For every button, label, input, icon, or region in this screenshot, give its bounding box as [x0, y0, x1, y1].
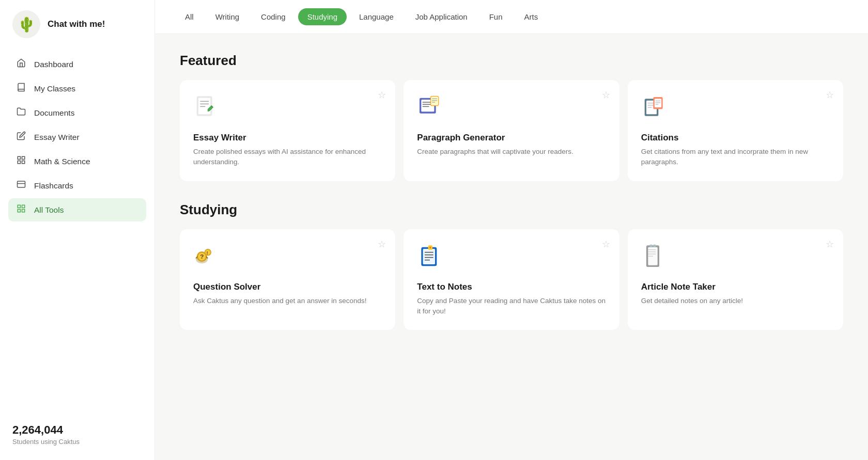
svg-rect-60: [653, 244, 656, 247]
svg-rect-59: [649, 244, 652, 247]
svg-rect-7: [22, 205, 25, 208]
sidebar-item-label-documents: Documents: [34, 108, 74, 118]
card-desc-text-to-notes: Copy and Paste your reading and have Cak…: [417, 296, 606, 317]
main-area: AllWritingCodingStudyingLanguageJob Appl…: [155, 0, 868, 460]
favorite-star-text-to-notes[interactable]: ☆: [602, 239, 610, 250]
svg-rect-2: [22, 161, 25, 164]
student-label: Students using Caktus: [12, 438, 142, 446]
sidebar-item-math-science[interactable]: Math & Science: [8, 150, 146, 173]
my-classes-icon: [16, 83, 27, 94]
svg-rect-9: [18, 210, 20, 212]
favorite-star-essay-writer[interactable]: ☆: [378, 89, 386, 101]
card-icon-text-to-notes: [417, 244, 606, 275]
card-icon-article-note-taker: [641, 244, 830, 275]
studying-card-question-solver[interactable]: ☆ ? ! Question Solver Ask Caktus any que…: [180, 229, 395, 330]
sidebar-item-documents[interactable]: Documents: [8, 101, 146, 124]
featured-title: Featured: [180, 53, 843, 69]
favorite-star-paragraph-generator[interactable]: ☆: [602, 89, 610, 101]
svg-text:!: !: [207, 250, 208, 255]
svg-point-51: [429, 246, 431, 248]
svg-rect-4: [18, 181, 25, 187]
sidebar-item-my-classes[interactable]: My Classes: [8, 77, 146, 100]
featured-card-citations[interactable]: ☆ Citations Get citations from any text …: [628, 80, 843, 181]
card-title-question-solver: Question Solver: [193, 282, 382, 292]
sidebar-item-flashcards[interactable]: Flashcards: [8, 174, 146, 197]
card-desc-paragraph-generator: Create paragraphs that will captivate yo…: [417, 147, 606, 157]
svg-rect-30: [654, 99, 661, 107]
nav-pill-language[interactable]: Language: [350, 8, 403, 25]
card-desc-essay-writer: Create polished essays with AI assistanc…: [193, 147, 382, 168]
chat-label: Chat with me!: [48, 19, 105, 29]
dashboard-icon: [16, 58, 27, 70]
sidebar-item-label-dashboard: Dashboard: [34, 60, 73, 69]
studying-cards-grid: ☆ ? ! Question Solver Ask Caktus any que…: [180, 229, 843, 330]
svg-rect-8: [22, 210, 25, 212]
featured-cards-grid: ☆ Essay Writer Create polished essays wi…: [180, 80, 843, 181]
nav-pill-arts[interactable]: Arts: [515, 8, 548, 25]
top-nav: AllWritingCodingStudyingLanguageJob Appl…: [155, 0, 868, 34]
documents-icon: [16, 107, 27, 119]
svg-rect-6: [18, 205, 20, 208]
sidebar-item-all-tools[interactable]: All Tools: [8, 198, 146, 221]
sidebar-item-label-flashcards: Flashcards: [34, 181, 73, 191]
svg-rect-3: [18, 161, 20, 164]
studying-card-article-note-taker[interactable]: ☆ Article Note Taker Get detailed notes …: [628, 229, 843, 330]
all-tools-icon: [16, 204, 27, 216]
nav-pill-job-application[interactable]: Job Application: [406, 8, 477, 25]
logo-icon[interactable]: 🌵: [12, 10, 40, 38]
nav-pill-all[interactable]: All: [176, 8, 203, 25]
svg-rect-20: [431, 96, 439, 105]
card-title-paragraph-generator: Paragraph Generator: [417, 133, 606, 143]
svg-rect-1: [22, 156, 25, 159]
content-area: Featured ☆ Essay Writer Create polished …: [155, 34, 868, 460]
essay-writer-icon: [16, 131, 27, 143]
nav-pill-coding[interactable]: Coding: [252, 8, 295, 25]
card-icon-citations: [641, 94, 830, 125]
logo-area: 🌵 Chat with me!: [0, 0, 154, 49]
math-science-icon: [16, 155, 27, 167]
sidebar: 🌵 Chat with me! DashboardMy ClassesDocum…: [0, 0, 155, 460]
card-desc-question-solver: Ask Caktus any question and get an answe…: [193, 296, 382, 306]
sidebar-item-dashboard[interactable]: Dashboard: [8, 53, 146, 76]
card-desc-article-note-taker: Get detailed notes on any article!: [641, 296, 830, 306]
nav-pill-studying[interactable]: Studying: [298, 8, 347, 25]
svg-rect-0: [18, 156, 20, 159]
sidebar-footer: 2,264,044 Students using Caktus: [0, 413, 154, 460]
card-title-citations: Citations: [641, 133, 830, 143]
sidebar-item-label-all-tools: All Tools: [34, 205, 64, 215]
student-count: 2,264,044: [12, 423, 142, 437]
favorite-star-article-note-taker[interactable]: ☆: [826, 239, 834, 250]
nav-pill-writing[interactable]: Writing: [206, 8, 249, 25]
sidebar-item-label-my-classes: My Classes: [34, 84, 75, 93]
card-icon-question-solver: ? !: [193, 244, 382, 275]
featured-card-essay-writer[interactable]: ☆ Essay Writer Create polished essays wi…: [180, 80, 395, 181]
sidebar-item-essay-writer[interactable]: Essay Writer: [8, 125, 146, 149]
nav-pill-fun[interactable]: Fun: [480, 8, 512, 25]
svg-text:?: ?: [200, 253, 204, 260]
svg-rect-45: [423, 249, 435, 264]
card-icon-paragraph-generator: [417, 94, 606, 125]
studying-card-text-to-notes[interactable]: ☆ Text to Notes Copy and Paste your read…: [404, 229, 619, 330]
studying-title: Studying: [180, 202, 843, 218]
card-desc-citations: Get citations from any text and incorpra…: [641, 147, 830, 168]
card-title-article-note-taker: Article Note Taker: [641, 282, 830, 292]
card-title-text-to-notes: Text to Notes: [417, 282, 606, 292]
favorite-star-citations[interactable]: ☆: [826, 89, 834, 101]
sidebar-item-label-essay-writer: Essay Writer: [34, 133, 80, 142]
sidebar-nav: DashboardMy ClassesDocumentsEssay Writer…: [0, 49, 154, 413]
cactus-emoji: 🌵: [18, 16, 36, 33]
card-title-essay-writer: Essay Writer: [193, 133, 382, 143]
sidebar-item-label-math-science: Math & Science: [34, 157, 90, 166]
favorite-star-question-solver[interactable]: ☆: [378, 239, 386, 250]
featured-card-paragraph-generator[interactable]: ☆ Paragraph Generator Create paragraphs …: [404, 80, 619, 181]
card-icon-essay-writer: [193, 94, 382, 125]
flashcards-icon: [16, 180, 27, 192]
